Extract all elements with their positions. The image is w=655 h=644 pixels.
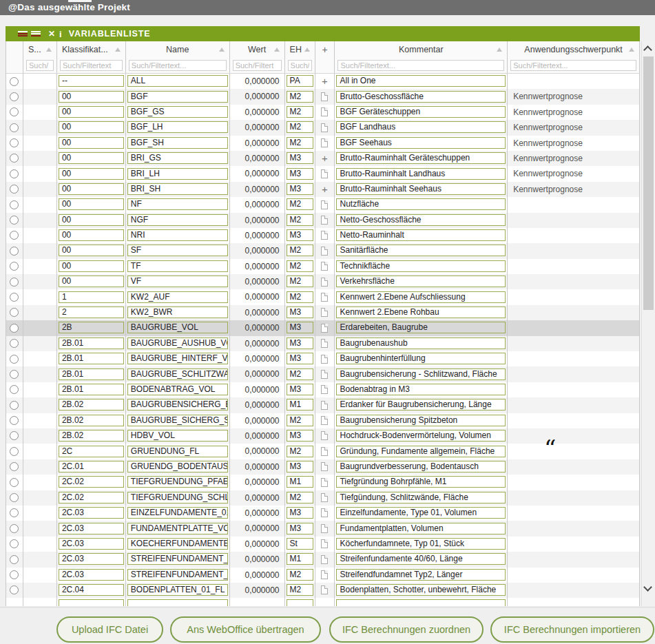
value-cell[interactable]: 0,000000 [230, 166, 285, 181]
row-radio-button[interactable] [10, 570, 19, 579]
unit-input[interactable]: M2 [287, 121, 313, 133]
classification-input[interactable]: 2B.01 [59, 353, 124, 364]
name-input[interactable]: NRI [127, 229, 228, 241]
comment-input[interactable]: Streifenfundamente 40/60, Länge [336, 553, 506, 565]
value-cell[interactable]: 0,000000 [230, 136, 285, 151]
filter-input-anwendungsschwerpunkt[interactable] [510, 60, 636, 71]
unit-input[interactable]: M2 [287, 584, 313, 596]
comment-input[interactable]: Kennwert 2.Ebene Aufschliessung [336, 291, 506, 303]
name-input[interactable]: TIEFGRUENDUNG_SCHLI [127, 492, 228, 503]
filter-input-name[interactable] [129, 60, 227, 71]
document-icon[interactable] [321, 138, 328, 147]
unit-input[interactable]: M3 [287, 152, 313, 164]
comment-input[interactable]: Technikfläche [336, 260, 506, 272]
value-cell[interactable]: 0,000000 [230, 228, 285, 243]
value-cell[interactable]: 0,000000 [230, 397, 285, 413]
classification-input[interactable]: 2B.01 [59, 337, 124, 349]
name-input[interactable]: NGF [127, 214, 228, 226]
weboffice-transfer-button[interactable]: Ans WebOffice übertragen [170, 616, 321, 643]
row-radio-button[interactable] [10, 431, 19, 440]
comment-input[interactable]: Einzelfundamente, Type 01, Volumen [336, 507, 506, 519]
document-icon[interactable] [321, 493, 328, 502]
row-radio-button[interactable] [10, 401, 19, 410]
column-header-kommentar[interactable]: Kommentar [335, 41, 508, 58]
value-cell[interactable]: 0,000000 [230, 568, 285, 583]
value-cell[interactable]: 0,000000 [230, 274, 285, 289]
name-input[interactable]: ALL [127, 75, 228, 87]
document-icon[interactable] [321, 431, 328, 440]
row-radio-button[interactable] [10, 524, 19, 533]
row-radio-button[interactable] [10, 154, 19, 163]
unit-input[interactable]: M2 [287, 492, 313, 503]
comment-input[interactable]: Hochdruck-Bodenvermörtelung, Volumen [336, 430, 506, 442]
document-icon[interactable] [321, 324, 328, 333]
unit-input[interactable]: M3 [287, 307, 313, 318]
unit-input[interactable]: M2 [287, 276, 313, 287]
column-header-s[interactable]: S... [23, 41, 57, 58]
sort-asc-icon[interactable] [219, 48, 225, 52]
value-cell[interactable]: 0,000000 [230, 336, 285, 351]
column-header-name[interactable]: Name [126, 41, 230, 58]
name-input[interactable]: GRUENDUNG_FL [127, 446, 228, 457]
unit-input[interactable]: M1 [287, 476, 313, 488]
plus-icon[interactable]: + [315, 151, 335, 166]
classification-input[interactable] [59, 599, 124, 606]
comment-input[interactable]: Baugrubenaushub [336, 337, 506, 349]
row-radio-button[interactable] [10, 508, 19, 517]
classification-input[interactable]: -- [59, 75, 124, 87]
row-radio-button[interactable] [10, 385, 19, 394]
unit-input[interactable]: M2 [287, 137, 313, 149]
row-radio-button[interactable] [10, 462, 19, 471]
comment-input[interactable]: Bodenabtrag in M3 [336, 384, 506, 395]
unit-input[interactable]: PA [287, 75, 313, 87]
name-input[interactable]: KW2_AUF [127, 291, 228, 303]
column-header-eh[interactable]: EH [285, 41, 315, 58]
classification-input[interactable]: 00 [59, 276, 124, 287]
document-icon[interactable] [321, 293, 328, 302]
filter-input-wert[interactable] [233, 60, 282, 71]
classification-input[interactable]: 2B.02 [59, 430, 124, 442]
row-radio-button[interactable] [10, 493, 19, 502]
comment-input[interactable]: Streifendfundamnet Typ2, Länger [336, 569, 506, 581]
document-icon[interactable] [321, 385, 328, 394]
document-icon[interactable] [321, 107, 328, 116]
unit-input[interactable]: M2 [287, 106, 313, 118]
document-icon[interactable] [321, 200, 328, 209]
classification-input[interactable]: 00 [59, 198, 124, 210]
classification-input[interactable]: 2C.03 [59, 569, 124, 581]
comment-input[interactable]: Kennwert 2.Ebene Rohbau [336, 307, 506, 318]
document-icon[interactable] [321, 339, 328, 348]
plus-icon[interactable]: + [315, 182, 335, 197]
name-input[interactable]: BODENPLATTEN_01_FL [127, 584, 228, 596]
unit-input[interactable]: M2 [287, 245, 313, 256]
comment-input[interactable]: BGF Landhaus [336, 121, 506, 133]
column-header-wert[interactable]: Wert [230, 41, 285, 58]
classification-input[interactable]: 00 [59, 121, 124, 133]
classification-input[interactable]: 00 [59, 106, 124, 118]
comment-input[interactable]: BGF Seehaus [336, 137, 506, 149]
sort-asc-icon[interactable] [46, 48, 52, 52]
document-icon[interactable] [321, 278, 328, 287]
value-cell[interactable]: 0,000000 [230, 521, 285, 536]
document-icon[interactable] [321, 216, 328, 225]
close-icon[interactable]: ✕ [48, 29, 55, 39]
value-cell[interactable]: 0,000000 [230, 382, 285, 397]
document-icon[interactable] [321, 585, 328, 594]
row-radio-button[interactable] [10, 107, 19, 116]
name-input[interactable]: BODENABTRAG_VOL [127, 384, 228, 395]
comment-input[interactable] [336, 599, 506, 606]
document-icon[interactable] [321, 123, 328, 132]
classification-input[interactable]: 2C [59, 446, 124, 457]
classification-input[interactable]: 2C.03 [59, 507, 124, 519]
classification-input[interactable]: 00 [59, 168, 124, 180]
comment-input[interactable]: Brutto-Geschossfläche [336, 91, 506, 103]
document-icon[interactable] [321, 555, 328, 564]
row-radio-button[interactable] [10, 262, 19, 271]
name-input[interactable]: NF [127, 198, 228, 210]
value-cell[interactable]: 0,000000 [230, 74, 285, 89]
document-icon[interactable] [321, 262, 328, 271]
name-input[interactable]: VF [127, 276, 228, 287]
sort-asc-icon[interactable] [115, 48, 121, 52]
comment-input[interactable]: Netto-Geschossfläche [336, 214, 506, 226]
document-icon[interactable] [321, 570, 328, 579]
